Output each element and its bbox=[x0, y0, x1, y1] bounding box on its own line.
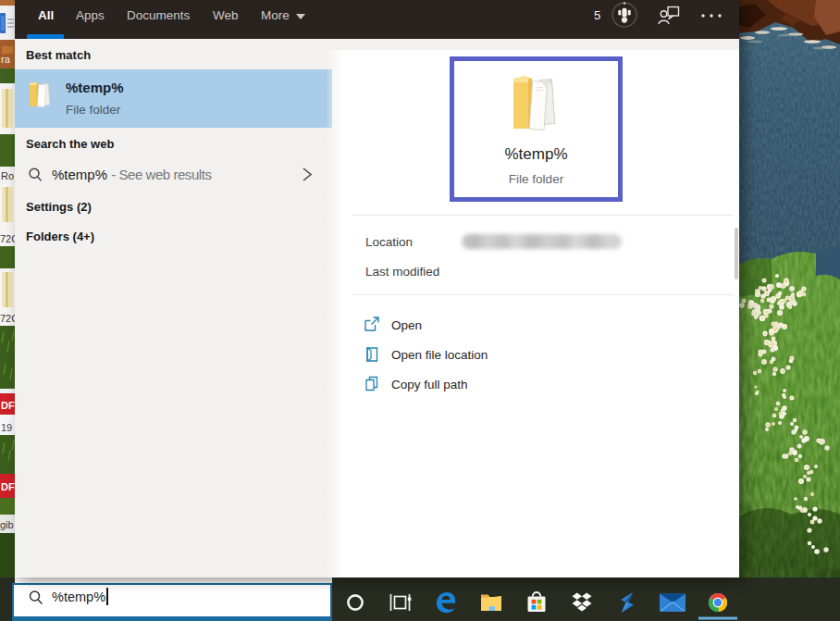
svg-text:gib: gib bbox=[0, 519, 14, 530]
svg-text:Ro: Ro bbox=[1, 170, 14, 181]
svg-text:DF: DF bbox=[1, 400, 15, 411]
svg-text:19: 19 bbox=[1, 422, 12, 433]
svg-text:DF: DF bbox=[1, 481, 15, 492]
svg-text:72C: 72C bbox=[0, 313, 15, 324]
svg-text:ra: ra bbox=[1, 54, 11, 65]
svg-text:72C: 72C bbox=[0, 233, 15, 244]
